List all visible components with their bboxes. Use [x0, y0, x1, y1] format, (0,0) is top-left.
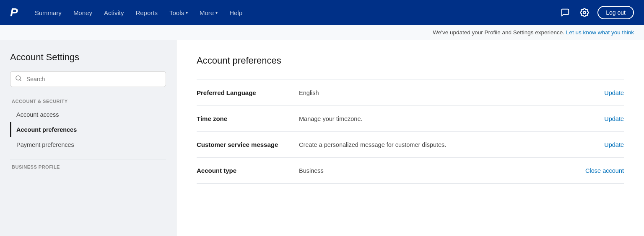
top-navigation: P Summary Money Activity Reports Tools ▾… — [0, 0, 644, 25]
notification-link[interactable]: Let us know what you think — [566, 29, 634, 36]
messages-icon — [561, 8, 570, 17]
pref-value-timezone: Manage your timezone. — [299, 115, 594, 122]
pref-value-customer-service: Create a personalized message for custom… — [299, 141, 594, 148]
svg-line-2 — [20, 80, 21, 81]
search-input[interactable] — [10, 71, 166, 87]
pref-label-timezone: Time zone — [197, 115, 289, 122]
svg-point-0 — [584, 11, 586, 14]
pref-label-customer-service: Customer service message — [197, 141, 289, 148]
logout-button[interactable]: Log out — [597, 6, 634, 19]
pref-value-language: English — [299, 90, 594, 96]
pref-label-account-type: Account type — [197, 167, 289, 174]
nav-link-reports[interactable]: Reports — [130, 6, 163, 20]
pref-row-timezone: Time zone Manage your timezone. Update — [197, 106, 624, 132]
content-title: Account preferences — [197, 55, 624, 66]
search-icon — [15, 75, 22, 83]
tools-chevron-icon: ▾ — [186, 10, 188, 15]
pref-value-account-type: Business — [299, 167, 575, 174]
pref-row-language: Preferred Language English Update — [197, 80, 624, 106]
settings-button[interactable] — [578, 6, 591, 19]
sidebar-section-business-profile: BUSINESS PROFILE — [10, 164, 166, 169]
sidebar-section-label-business-profile: BUSINESS PROFILE — [10, 164, 166, 169]
nav-link-summary[interactable]: Summary — [30, 6, 67, 20]
pref-action-timezone[interactable]: Update — [604, 115, 624, 122]
pref-row-account-type: Account type Business Close account — [197, 158, 624, 184]
pref-action-close-account[interactable]: Close account — [585, 167, 624, 174]
pref-label-language: Preferred Language — [197, 89, 289, 96]
sidebar-item-payment-preferences[interactable]: Payment preferences — [10, 137, 166, 152]
gear-icon — [580, 8, 589, 17]
sidebar-section-account-security: ACCOUNT & SECURITY Account access Accoun… — [10, 99, 166, 152]
sidebar-section-label-account-security: ACCOUNT & SECURITY — [10, 99, 166, 104]
nav-link-money[interactable]: Money — [68, 6, 97, 20]
sidebar: Account Settings ACCOUNT & SECURITY Acco… — [0, 40, 176, 236]
paypal-logo[interactable]: P — [10, 6, 18, 19]
nav-actions: Log out — [559, 6, 634, 19]
sidebar-title: Account Settings — [10, 52, 166, 63]
more-chevron-icon: ▾ — [216, 10, 218, 15]
search-container — [10, 71, 166, 87]
sidebar-divider — [10, 159, 166, 159]
nav-link-tools[interactable]: Tools ▾ — [164, 6, 193, 20]
sidebar-item-account-access[interactable]: Account access — [10, 107, 166, 122]
nav-link-help[interactable]: Help — [224, 6, 247, 20]
content-area: Account preferences Preferred Language E… — [176, 40, 644, 236]
sidebar-item-account-preferences[interactable]: Account preferences — [10, 122, 166, 137]
pref-action-language[interactable]: Update — [604, 90, 624, 96]
main-layout: Account Settings ACCOUNT & SECURITY Acco… — [0, 40, 644, 236]
pref-row-customer-service: Customer service message Create a person… — [197, 132, 624, 158]
notification-bar: We've updated your Profile and Settings … — [0, 25, 644, 40]
pref-action-customer-service[interactable]: Update — [604, 141, 624, 148]
nav-link-more[interactable]: More ▾ — [195, 6, 223, 20]
nav-link-activity[interactable]: Activity — [99, 6, 129, 20]
notification-text: We've updated your Profile and Settings … — [433, 29, 564, 36]
nav-links: Summary Money Activity Reports Tools ▾ M… — [30, 6, 559, 20]
messages-button[interactable] — [559, 6, 571, 19]
